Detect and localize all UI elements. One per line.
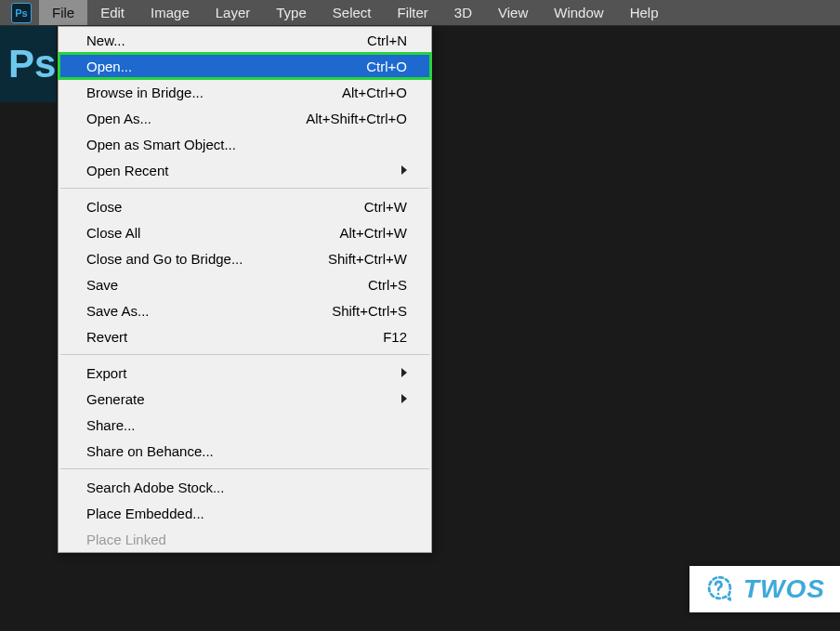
app-window: Ps File Edit Image Layer Type Select Fil… xyxy=(0,0,840,631)
svg-point-0 xyxy=(717,593,720,596)
menu-file[interactable]: File xyxy=(39,0,87,25)
question-bubble-icon xyxy=(702,573,734,605)
menu-view[interactable]: View xyxy=(485,0,541,25)
menu-item-shortcut: Ctrl+S xyxy=(368,277,407,293)
menu-edit[interactable]: Edit xyxy=(87,0,138,25)
menu-item-label: Open Recent xyxy=(86,163,168,178)
menu-item-label: Place Embedded... xyxy=(86,506,204,521)
menu-item-row[interactable]: Share on Behance... xyxy=(59,438,431,464)
menu-item-row[interactable]: CloseCtrl+W xyxy=(59,193,431,219)
ps-logo-text: Ps xyxy=(8,42,56,86)
watermark: TWOS xyxy=(689,566,840,612)
menu-item-shortcut: Alt+Ctrl+W xyxy=(339,225,407,241)
menu-item-label: Save xyxy=(86,277,118,293)
menu-item-shortcut: Ctrl+W xyxy=(364,199,407,215)
menubar: Ps File Edit Image Layer Type Select Fil… xyxy=(0,0,840,26)
menu-item-label: Open... xyxy=(86,59,132,74)
menu-window[interactable]: Window xyxy=(541,0,616,25)
menu-item-label: Close xyxy=(86,199,122,215)
menu-item-row[interactable]: Close AllAlt+Ctrl+W xyxy=(59,219,431,245)
menu-item-row[interactable]: Export xyxy=(59,360,431,386)
menu-type[interactable]: Type xyxy=(263,0,320,25)
menu-item-label: Generate xyxy=(86,391,145,407)
menu-item-label: Close All xyxy=(86,225,140,241)
menu-item-label: Open as Smart Object... xyxy=(86,137,236,152)
ps-icon: Ps xyxy=(11,3,32,23)
menu-item-label: Export xyxy=(86,365,126,381)
menu-item-label: Search Adobe Stock... xyxy=(86,480,224,495)
menu-item-label: Save As... xyxy=(86,303,150,319)
menu-item-label: New... xyxy=(86,33,125,48)
menu-item-label: Share on Behance... xyxy=(86,443,214,459)
menu-item-label: Revert xyxy=(86,329,127,345)
menu-item-shortcut: Ctrl+N xyxy=(367,33,407,48)
menu-item-shortcut: Alt+Ctrl+O xyxy=(342,85,407,100)
file-menu-dropdown: New...Ctrl+NOpen...Ctrl+OBrowse in Bridg… xyxy=(58,26,432,553)
menu-item-row[interactable]: Open Recent xyxy=(59,157,431,183)
menu-item-shortcut: F12 xyxy=(383,329,407,345)
menu-item-row[interactable]: New...Ctrl+N xyxy=(59,27,431,53)
menu-item-row[interactable]: Open As...Alt+Shift+Ctrl+O xyxy=(59,105,431,131)
menu-item-shortcut: Shift+Ctrl+S xyxy=(332,303,407,319)
app-icon-slot[interactable]: Ps xyxy=(4,0,39,25)
menu-item-label: Share... xyxy=(86,417,136,433)
menu-item-shortcut: Ctrl+O xyxy=(366,59,407,74)
menu-item-label: Open As... xyxy=(86,111,151,126)
menu-item-shortcut: Shift+Ctrl+W xyxy=(328,251,407,267)
menu-separator xyxy=(60,188,429,189)
chevron-right-icon xyxy=(401,368,407,377)
menu-item-row[interactable]: Browse in Bridge...Alt+Ctrl+O xyxy=(59,79,431,105)
menu-item-row[interactable]: Generate xyxy=(59,386,431,412)
menu-help[interactable]: Help xyxy=(617,0,672,25)
menu-item-row[interactable]: Close and Go to Bridge...Shift+Ctrl+W xyxy=(59,245,431,271)
menu-item-row: Place Linked xyxy=(59,526,431,552)
menu-item-row[interactable]: Share... xyxy=(59,412,431,438)
watermark-text: TWOS xyxy=(743,574,825,604)
menu-separator xyxy=(60,354,429,355)
menu-separator xyxy=(60,468,429,469)
menu-item-label: Place Linked xyxy=(86,532,166,547)
menu-select[interactable]: Select xyxy=(320,0,385,25)
sidebar-logo: Ps xyxy=(0,26,56,102)
menu-item-label: Browse in Bridge... xyxy=(86,85,203,100)
menu-layer[interactable]: Layer xyxy=(203,0,264,25)
menu-3d[interactable]: 3D xyxy=(441,0,485,25)
menu-item-label: Close and Go to Bridge... xyxy=(86,251,243,267)
menu-item-shortcut: Alt+Shift+Ctrl+O xyxy=(306,111,407,126)
menu-item-row[interactable]: Open...Ctrl+O xyxy=(59,53,431,79)
chevron-right-icon xyxy=(401,165,407,175)
chevron-right-icon xyxy=(401,394,407,403)
menu-image[interactable]: Image xyxy=(138,0,203,25)
menu-item-row[interactable]: Search Adobe Stock... xyxy=(59,474,431,500)
menu-item-row[interactable]: Place Embedded... xyxy=(59,500,431,526)
menu-item-row[interactable]: RevertF12 xyxy=(59,323,431,349)
menu-filter[interactable]: Filter xyxy=(385,0,441,25)
menu-item-row[interactable]: SaveCtrl+S xyxy=(59,271,431,297)
menu-item-row[interactable]: Save As...Shift+Ctrl+S xyxy=(59,297,431,323)
menu-item-row[interactable]: Open as Smart Object... xyxy=(59,131,431,157)
